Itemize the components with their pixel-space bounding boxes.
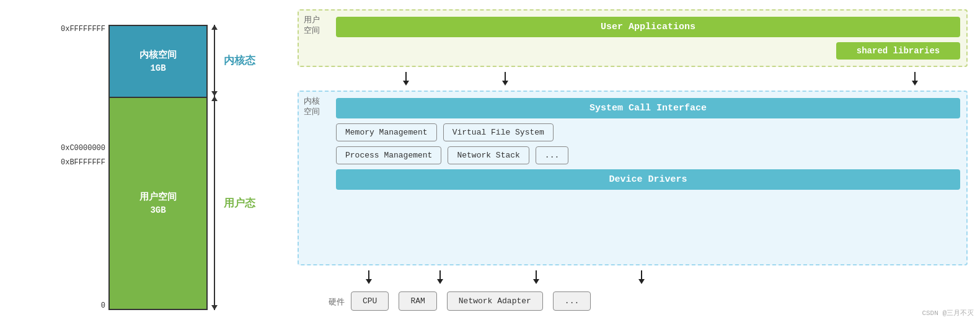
- kernel-block-size: 1GB: [150, 63, 166, 73]
- hw-ellipsis-box: ...: [553, 291, 591, 311]
- process-management-box: Process Management: [336, 146, 441, 164]
- virtual-file-system-box: Virtual File System: [443, 123, 554, 141]
- user-state-label: 用户态: [224, 196, 255, 210]
- addr-top: 0xFFFFFFFF: [61, 25, 105, 33]
- kernel-block: 内核空间 1GB: [110, 26, 206, 98]
- hardware-section: 硬件 CPU RAM Network Adapter ...: [298, 289, 968, 311]
- right-panel: 用户 空间 User Applications shared libraries: [285, 0, 980, 320]
- addr-mid1: 0xC0000000: [61, 144, 105, 153]
- addr-zero: 0: [101, 301, 105, 310]
- user-block-size: 3GB: [150, 205, 166, 215]
- ram-box: RAM: [399, 291, 436, 311]
- user-block: 用户空间 3GB: [110, 98, 206, 309]
- user-space-section: 用户 空间 User Applications shared libraries: [298, 9, 968, 67]
- hardware-label: 硬件: [329, 296, 345, 308]
- kernel-space-section: 内核 空间 System Call Interface Memory Manag…: [298, 91, 968, 265]
- system-call-interface-bar: System Call Interface: [336, 98, 960, 118]
- kernel-ellipsis-box: ...: [536, 146, 568, 164]
- kernel-space-content: System Call Interface Memory Management …: [336, 98, 960, 190]
- user-applications-bar: User Applications: [336, 17, 960, 37]
- watermark: CSDN @三月不灭: [922, 308, 974, 318]
- network-adapter-box: Network Adapter: [447, 291, 543, 311]
- kernel-block-title: 内核空间: [139, 49, 177, 61]
- user-space-content: User Applications shared libraries: [336, 17, 960, 60]
- kernel-modules-row2: Process Management Network Stack ...: [336, 146, 960, 164]
- addr-mid2: 0xBFFFFFFF: [61, 158, 105, 167]
- network-stack-box: Network Stack: [448, 146, 529, 164]
- hardware-boxes: CPU RAM Network Adapter ...: [351, 291, 591, 311]
- architecture-diagram: 用户 空间 User Applications shared libraries: [298, 9, 968, 311]
- memory-management-box: Memory Management: [336, 123, 437, 141]
- shared-libraries-bar: shared libraries: [836, 42, 960, 60]
- kernel-space-label: 内核 空间: [304, 97, 320, 118]
- kernel-modules-row: Memory Management Virtual File System: [336, 123, 960, 141]
- kernel-state-label: 内核态: [224, 53, 255, 68]
- user-space-label: 用户 空间: [304, 16, 320, 37]
- device-drivers-bar: Device Drivers: [336, 169, 960, 190]
- cpu-box: CPU: [351, 291, 389, 311]
- memory-diagram: 0xFFFFFFFF 0xC0000000 0xBFFFFFFF 0 内核空间 …: [37, 25, 273, 308]
- left-panel: 0xFFFFFFFF 0xC0000000 0xBFFFFFFF 0 内核空间 …: [0, 0, 285, 320]
- user-block-title: 用户空间: [139, 191, 177, 203]
